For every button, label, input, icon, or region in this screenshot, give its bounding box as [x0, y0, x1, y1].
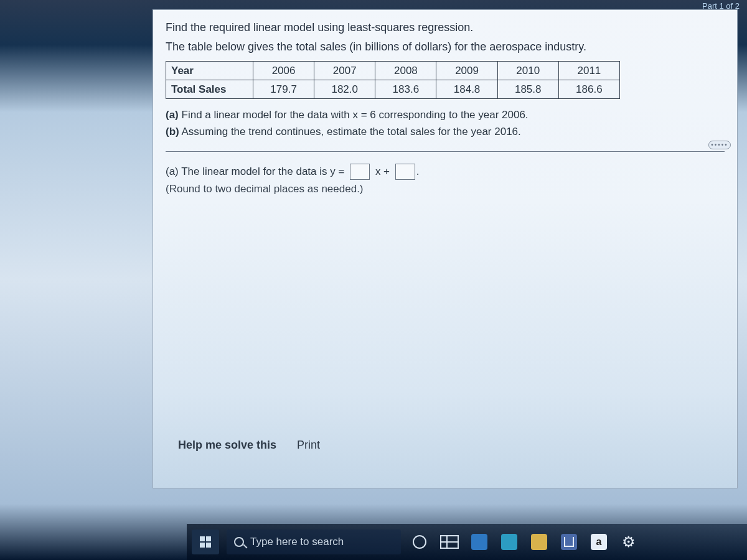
sales-cell: 185.8	[497, 80, 558, 98]
data-table: Year 2006 2007 2008 2009 2010 2011 Total…	[166, 61, 620, 99]
search-icon	[234, 537, 244, 547]
problem-intro-1: Find the required linear model using lea…	[166, 19, 725, 37]
bottom-links: Help me solve this Print	[178, 436, 337, 454]
taskbar-app-amazon[interactable]: a	[588, 531, 610, 553]
windows-taskbar: Type here to search a ⚙	[187, 524, 747, 560]
taskbar-app-explorer[interactable]	[468, 531, 491, 553]
sales-cell: 184.8	[436, 80, 497, 98]
year-cell: 2010	[497, 61, 558, 80]
year-cell: 2007	[314, 61, 375, 80]
part-b: (b) Assuming the trend continues, estima…	[166, 123, 725, 140]
folder-icon	[471, 534, 487, 550]
year-cell: 2008	[375, 61, 436, 80]
question-parts: (a) Find a linear model for the data wit…	[166, 106, 725, 140]
answer-mid: x +	[375, 163, 390, 180]
taskbar-app-store[interactable]	[528, 531, 550, 553]
sales-cell: 183.6	[375, 80, 436, 98]
print-link[interactable]: Print	[297, 439, 320, 451]
gear-icon: ⚙	[622, 533, 636, 551]
table-row-sales: Total Sales 179.7 182.0 183.6 184.8 185.…	[166, 80, 620, 98]
part-b-label: (b)	[166, 126, 179, 138]
taskbar-app-edge[interactable]	[498, 531, 520, 553]
windows-logo-icon	[200, 536, 211, 548]
rounding-hint: (Round to two decimal places as needed.)	[166, 180, 725, 197]
answer-block: (a) The linear model for the data is y =…	[166, 163, 725, 197]
edge-icon	[501, 534, 517, 550]
taskbar-app-settings[interactable]: ⚙	[618, 531, 640, 553]
year-cell: 2011	[558, 61, 619, 80]
sales-cell: 186.6	[558, 80, 619, 98]
year-cell: 2009	[436, 61, 497, 80]
cortana-button[interactable]	[408, 531, 431, 553]
part-b-text: Assuming the trend continues, estimate t…	[182, 126, 521, 138]
table-row-year: Year 2006 2007 2008 2009 2010 2011	[166, 61, 620, 80]
start-button[interactable]	[192, 530, 219, 554]
answer-suffix: .	[416, 163, 420, 180]
task-view-icon	[440, 535, 459, 549]
drag-handle-icon[interactable]: •••••	[708, 141, 731, 149]
cortana-icon	[413, 535, 426, 549]
taskbar-app-mail[interactable]	[558, 531, 580, 553]
sales-cell: 182.0	[314, 80, 375, 98]
task-view-button[interactable]	[438, 531, 461, 553]
intercept-input[interactable]	[395, 164, 415, 180]
part-a: (a) Find a linear model for the data wit…	[166, 106, 725, 123]
sales-cell: 179.7	[253, 80, 314, 98]
answer-prefix: (a) The linear model for the data is y =	[166, 163, 344, 180]
taskbar-search[interactable]: Type here to search	[227, 530, 401, 554]
search-placeholder: Type here to search	[250, 536, 344, 548]
part-a-text: Find a linear model for the data with x …	[182, 109, 529, 121]
problem-intro-2: The table below gives the total sales (i…	[166, 38, 725, 56]
help-me-solve-link[interactable]: Help me solve this	[178, 439, 276, 451]
question-panel: Find the required linear model using lea…	[153, 9, 738, 488]
year-cell: 2006	[253, 61, 314, 80]
store-icon	[531, 534, 547, 550]
part-a-label: (a)	[166, 109, 179, 121]
slope-input[interactable]	[350, 164, 370, 180]
year-label: Year	[166, 61, 253, 80]
amazon-icon: a	[591, 534, 607, 550]
mail-icon	[561, 534, 577, 550]
separator	[166, 151, 725, 152]
sales-label: Total Sales	[166, 80, 253, 98]
